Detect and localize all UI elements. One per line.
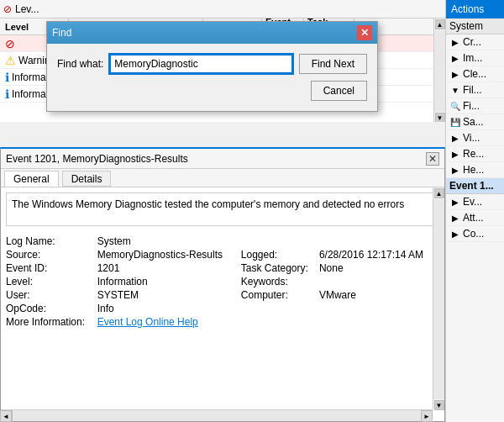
main-window: Actions System ▶ Cr... ▶ Im... ▶ Cle... … <box>0 0 504 422</box>
more-info-link[interactable]: Event Log Online Help <box>97 316 198 328</box>
logged-value2: 6/28/2016 12:17:14 AM <box>316 248 439 261</box>
action-import-label: Im... <box>463 52 482 64</box>
action-refresh[interactable]: ▶ Re... <box>446 146 504 162</box>
action-create[interactable]: ▶ Cr... <box>446 34 504 50</box>
action-filter[interactable]: ▼ Fil... <box>446 82 504 98</box>
info-row-icon-2: ℹ <box>5 87 9 101</box>
opcode-label: OpCode: <box>6 302 94 315</box>
find-next-button[interactable]: Find Next <box>299 54 367 74</box>
event-id-value: 1201 <box>94 261 241 275</box>
user-value: SYSTEM <box>94 288 241 302</box>
level-bar: ⊘ Lev... <box>0 0 445 18</box>
user-label: User: <box>6 288 94 302</box>
action-view[interactable]: ▶ Vi... <box>446 130 504 146</box>
action-refresh-label: Re... <box>463 148 484 160</box>
event-scroll-up[interactable]: ▲ <box>434 188 444 198</box>
event-detail-close[interactable]: ✕ <box>426 152 439 166</box>
find-close-icon: ✕ <box>360 27 369 39</box>
att-icon: ▶ <box>449 212 461 224</box>
logged-value <box>316 235 439 248</box>
action-clear[interactable]: ▶ Cle... <box>446 66 504 82</box>
logged-label2: Logged: <box>241 248 316 261</box>
tab-details-label: Details <box>71 173 102 185</box>
create-icon: ▶ <box>449 36 461 48</box>
actions-panel: Actions System ▶ Cr... ▶ Im... ▶ Cle... … <box>445 0 504 422</box>
cancel-row: Cancel <box>57 81 367 101</box>
h-scrollbar[interactable]: ◄ ► <box>1 409 433 421</box>
event-message-box: The Windows Memory Diagnostic tested the… <box>6 193 439 226</box>
find-what-input[interactable] <box>110 55 291 73</box>
save-icon: 💾 <box>449 116 461 128</box>
scroll-up-btn[interactable]: ▲ <box>435 19 445 29</box>
close-icon: ✕ <box>428 153 437 165</box>
scroll-track[interactable] <box>434 30 445 112</box>
tab-details[interactable]: Details <box>62 171 112 187</box>
event-detail-panel: Event 1201, MemoryDiagnostics-Results ✕ … <box>0 147 445 422</box>
co-icon: ▶ <box>449 228 461 240</box>
level-bar-text: Lev... <box>15 3 39 15</box>
error-row-icon: ⊘ <box>5 37 15 50</box>
co-label: Co... <box>463 228 484 240</box>
level-label: Level: <box>6 275 94 288</box>
error-icon: ⊘ <box>3 3 12 15</box>
find-what-row: Find what: Find Next <box>57 54 367 74</box>
actions-header: Actions <box>446 0 504 18</box>
opcode-value: Info <box>94 302 241 315</box>
computer-value: VMware <box>316 288 439 302</box>
att-label: Att... <box>463 212 484 224</box>
find-dialog-title: Find <box>52 27 71 39</box>
view-icon: ▶ <box>449 132 461 144</box>
task-cat-label: Task Category: <box>241 261 316 275</box>
keywords-value <box>316 275 439 288</box>
action-ev[interactable]: ▶ Ev... <box>446 194 504 210</box>
event-id-label: Event ID: <box>6 261 94 275</box>
scroll-down-btn[interactable]: ▼ <box>435 113 445 122</box>
task-cat-value: None <box>316 261 439 275</box>
find-dialog-close-button[interactable]: ✕ <box>357 25 372 40</box>
action-help[interactable]: ▶ He... <box>446 162 504 178</box>
filter-icon: ▼ <box>449 84 461 96</box>
find-dialog: Find ✕ Find what: Find Next Cancel <box>46 21 378 112</box>
source-value: MemoryDiagnostics-Results <box>94 248 241 261</box>
find-next-label: Find Next <box>312 58 354 70</box>
find-dialog-body: Find what: Find Next Cancel <box>47 44 377 111</box>
action-att[interactable]: ▶ Att... <box>446 210 504 226</box>
help-icon: ▶ <box>449 164 461 176</box>
cancel-button[interactable]: Cancel <box>311 81 367 101</box>
action-find-label: Fi... <box>463 100 480 112</box>
action-find[interactable]: 🔍 Fi... <box>446 98 504 114</box>
import-icon: ▶ <box>449 52 461 64</box>
left-nav-arrow[interactable]: ◄ <box>0 410 12 422</box>
info-row-icon-1: ℹ <box>5 71 9 84</box>
log-name-value: System <box>94 235 241 248</box>
system-label: System <box>449 20 483 32</box>
action-co[interactable]: ▶ Co... <box>446 226 504 242</box>
action-clear-label: Cle... <box>463 68 486 80</box>
event-message-text: The Windows Memory Diagnostic tested the… <box>12 198 404 210</box>
event-fields-table: Log Name: System Source: MemoryDiagnosti… <box>6 235 439 329</box>
find-dialog-titlebar: Find ✕ <box>47 22 377 44</box>
warning-row-icon: ⚠ <box>5 54 16 67</box>
event-vscrollbar[interactable]: ▲ ▼ <box>433 187 444 409</box>
table-scrollbar[interactable]: ▲ ▼ <box>433 18 445 122</box>
event-tabs: General Details <box>1 169 444 187</box>
event-scroll-track <box>433 199 444 399</box>
clear-icon: ▶ <box>449 68 461 80</box>
action-import[interactable]: ▶ Im... <box>446 50 504 66</box>
action-save[interactable]: 💾 Sa... <box>446 114 504 130</box>
hscroll-track[interactable] <box>13 410 421 421</box>
cancel-label: Cancel <box>323 85 354 97</box>
computer-label: Computer: <box>241 288 316 302</box>
logged-label <box>241 235 316 248</box>
event-detail-header: Event 1201, MemoryDiagnostics-Results ✕ <box>1 149 444 169</box>
tab-general[interactable]: General <box>4 171 59 187</box>
action-save-label: Sa... <box>463 116 484 128</box>
event-scroll-down[interactable]: ▼ <box>434 400 444 410</box>
action-filter-label: Fil... <box>463 84 482 96</box>
find-what-label: Find what: <box>57 58 103 70</box>
hscroll-right[interactable]: ► <box>421 410 433 422</box>
action-view-label: Vi... <box>463 132 480 144</box>
ev-label: Ev... <box>463 196 482 208</box>
system-section-header: System <box>446 18 504 34</box>
ev-icon: ▶ <box>449 196 461 208</box>
